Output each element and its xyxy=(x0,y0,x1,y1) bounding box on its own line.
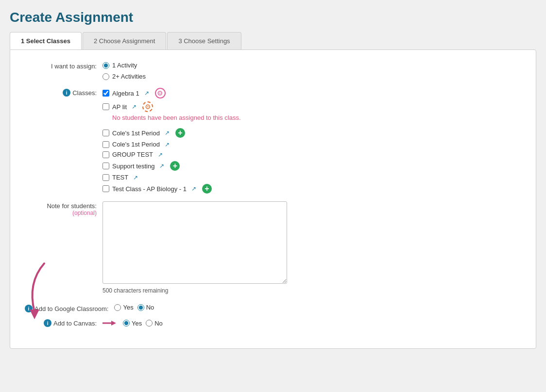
canvas-arrow-decoration xyxy=(102,318,117,328)
coles-1st-period-2-checkbox[interactable] xyxy=(102,141,109,148)
support-testing-plus-icon[interactable]: + xyxy=(170,161,180,171)
activity-1-label: 1 Activity xyxy=(112,62,137,69)
algebra1-label: Algebra 1 xyxy=(112,90,139,97)
canvas-label: Add to Canvas: xyxy=(53,320,97,327)
chars-remaining: 500 characters remaining xyxy=(102,287,521,294)
ap-lit-gear-icon[interactable] xyxy=(142,101,153,112)
note-content: 500 characters remaining xyxy=(102,201,521,294)
svg-marker-2 xyxy=(111,321,116,326)
note-row: Note for students: (optional) 500 charac… xyxy=(25,201,521,294)
support-testing-item: Support testing ↗ + xyxy=(102,161,521,171)
google-no-radio[interactable] xyxy=(137,304,144,311)
google-no-option[interactable]: No xyxy=(137,304,154,311)
note-label-container: Note for students: (optional) xyxy=(25,201,102,216)
coles-1st-period-1-label: Cole's 1st Period xyxy=(112,130,160,137)
test-class-ap-edit-icon[interactable]: ↗ xyxy=(191,185,196,192)
ap-lit-label: AP lit xyxy=(112,103,127,111)
activity-2-radio[interactable] xyxy=(102,73,109,80)
canvas-no-label: No xyxy=(154,320,163,327)
canvas-no-radio[interactable] xyxy=(146,320,153,327)
activity-2-option[interactable]: 2+ Activities xyxy=(102,73,521,80)
test-class-ap-item: Test Class - AP Biology - 1 ↗ + xyxy=(102,184,521,194)
canvas-row: i Add to Canvas: Yes No xyxy=(25,318,521,328)
classes-info-icon: i xyxy=(63,89,70,97)
canvas-yes-label: Yes xyxy=(132,320,142,327)
support-testing-checkbox[interactable] xyxy=(102,163,109,169)
algebra1-checkbox[interactable] xyxy=(102,90,109,97)
coles-1st-period-1-checkbox[interactable] xyxy=(102,130,109,136)
test-class-ap-plus-icon[interactable]: + xyxy=(202,184,212,194)
ap-lit-item: AP lit ↗ xyxy=(102,101,521,112)
no-students-error: No students have been assigned to this c… xyxy=(112,114,521,121)
coles-1st-period-1-item: Cole's 1st Period ↗ + xyxy=(102,128,521,138)
classes-list: Algebra 1 ↗ AP lit ↗ No students have be… xyxy=(102,88,521,196)
google-classroom-options: Yes No xyxy=(114,304,521,311)
group-test-checkbox[interactable] xyxy=(102,151,109,158)
ap-lit-section: AP lit ↗ No students have been assigned … xyxy=(102,101,521,121)
activity-1-radio[interactable] xyxy=(102,62,109,69)
coles-1st-period-2-edit-icon[interactable]: ↗ xyxy=(165,141,170,148)
test-class-ap-label: Test Class - AP Biology - 1 xyxy=(112,185,187,193)
coles-1st-period-2-label: Cole's 1st Period xyxy=(112,141,160,148)
group-test-edit-icon[interactable]: ↗ xyxy=(158,151,163,158)
classes-label: i Classes: xyxy=(25,88,102,97)
assign-label: I want to assign: xyxy=(25,62,102,70)
classes-label-text: Classes: xyxy=(72,89,97,97)
google-yes-label: Yes xyxy=(123,304,133,311)
page-title: Create Assignment xyxy=(10,10,536,25)
test-item: TEST ↗ xyxy=(102,174,521,181)
algebra1-item: Algebra 1 ↗ xyxy=(102,88,521,98)
assign-options: 1 Activity 2+ Activities xyxy=(102,62,521,82)
svg-marker-0 xyxy=(30,310,39,319)
google-yes-radio[interactable] xyxy=(114,304,121,311)
coles-1st-period-1-plus-icon[interactable]: + xyxy=(175,128,185,138)
test-label: TEST xyxy=(112,174,128,181)
note-label: Note for students: xyxy=(25,202,97,210)
activity-2-label: 2+ Activities xyxy=(112,73,146,80)
coles-1st-period-1-edit-icon[interactable]: ↗ xyxy=(165,130,170,136)
algebra1-gear-icon[interactable] xyxy=(155,88,166,98)
coles-1st-period-2-item: Cole's 1st Period ↗ xyxy=(102,141,521,148)
group-test-label: GROUP TEST xyxy=(112,151,153,158)
arrow-decoration xyxy=(17,259,56,322)
test-checkbox[interactable] xyxy=(102,174,109,181)
tab-choose-settings[interactable]: 3 Choose Settings xyxy=(167,32,241,49)
form-card: I want to assign: 1 Activity 2+ Activiti… xyxy=(10,49,536,349)
assign-row: I want to assign: 1 Activity 2+ Activiti… xyxy=(25,62,521,82)
tab-select-classes[interactable]: 1 Select Classes xyxy=(10,32,82,49)
canvas-options: Yes No xyxy=(102,318,521,328)
algebra1-edit-icon[interactable]: ↗ xyxy=(144,90,149,97)
ap-lit-checkbox[interactable] xyxy=(102,103,109,110)
canvas-no-option[interactable]: No xyxy=(146,320,163,327)
support-testing-label: Support testing xyxy=(112,163,154,170)
test-class-ap-checkbox[interactable] xyxy=(102,185,109,192)
test-edit-icon[interactable]: ↗ xyxy=(133,174,138,181)
note-optional: (optional) xyxy=(25,210,97,216)
activity-1-option[interactable]: 1 Activity xyxy=(102,62,521,69)
classes-row: i Classes: Algebra 1 ↗ AP lit ↗ No stude… xyxy=(25,88,521,196)
tab-choose-assignment[interactable]: 2 Choose Assignment xyxy=(83,32,166,49)
tabs-container: 1 Select Classes 2 Choose Assignment 3 C… xyxy=(10,32,536,49)
canvas-yes-radio[interactable] xyxy=(123,320,130,327)
canvas-yes-option[interactable]: Yes xyxy=(123,320,142,327)
google-no-label: No xyxy=(146,304,154,311)
group-test-item: GROUP TEST ↗ xyxy=(102,151,521,158)
google-yes-option[interactable]: Yes xyxy=(114,304,133,311)
note-textarea[interactable] xyxy=(102,201,287,284)
ap-lit-edit-icon[interactable]: ↗ xyxy=(132,103,136,110)
google-classroom-row: i Add to Google Classroom: Yes No xyxy=(25,304,521,312)
support-testing-edit-icon[interactable]: ↗ xyxy=(159,163,164,169)
